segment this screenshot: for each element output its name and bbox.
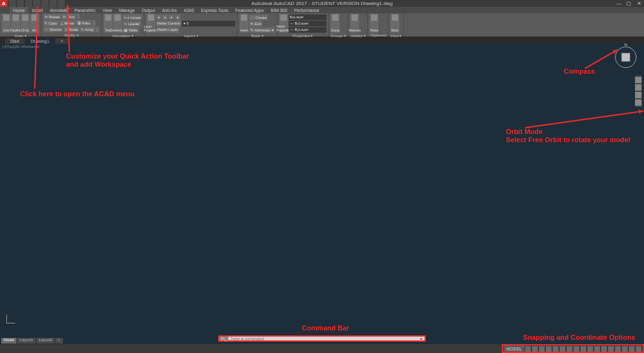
viewcube-face[interactable] — [621, 53, 630, 62]
command-line-icon[interactable]: ▷_ — [219, 337, 228, 340]
layout-tab[interactable]: Layout2 — [36, 338, 55, 344]
panel-title[interactable]: Utilities ▾ — [350, 33, 365, 38]
status-toggle-icon[interactable] — [608, 346, 614, 352]
panel-title[interactable]: Layers ▾ — [147, 33, 235, 38]
ribbon-small-button[interactable]: ✂ Trim — [62, 14, 75, 20]
property-selector[interactable]: — ByLayer — [289, 27, 326, 33]
qat-button[interactable] — [50, 0, 57, 7]
status-toggle-icon[interactable] — [539, 346, 545, 352]
ribbon-small-button[interactable]: ✎ Attributes ▾ — [249, 27, 274, 33]
view-cube[interactable]: N — [613, 44, 639, 70]
status-toggle-icon[interactable] — [574, 346, 579, 352]
viewport-label[interactable]: [-][Top][2D Wireframe] — [3, 45, 40, 48]
ribbon-small-button[interactable]: ↻ Rotate — [43, 14, 61, 20]
status-toggle-icon[interactable] — [532, 346, 538, 352]
layout-tab[interactable]: Model — [1, 338, 16, 344]
ribbon-small-button[interactable]: · — [77, 14, 80, 20]
property-selector[interactable]: ByLayer — [289, 14, 326, 20]
zoom-icon[interactable] — [635, 92, 641, 98]
ribbon-tab-annotate[interactable]: Annotate — [47, 7, 70, 13]
arc-button[interactable]: Arc — [30, 14, 39, 33]
ribbon-tab-insert[interactable]: Insert — [29, 7, 47, 13]
status-toggle-icon[interactable] — [594, 346, 600, 352]
ribbon-small-button[interactable]: △ Mirror — [59, 20, 75, 26]
ribbon-small-button[interactable]: ✎ Edit — [249, 21, 262, 26]
ribbon-small-button[interactable]: ⎘ Copy — [43, 20, 58, 26]
polyline-button[interactable]: Polyline — [11, 14, 20, 33]
match-properties-button[interactable]: Match Properties — [279, 14, 288, 33]
command-history-icon[interactable]: ▴ — [418, 336, 425, 341]
app-menu-icon[interactable]: A — [0, 0, 8, 7]
ribbon-small-button[interactable]: ⬚ Create — [249, 14, 268, 20]
status-toggle-icon[interactable] — [546, 346, 552, 352]
panel-title[interactable]: Clipboard — [370, 33, 386, 37]
group-button[interactable]: Group — [331, 14, 340, 33]
panel-title[interactable]: Annotation ▾ — [104, 33, 142, 38]
ribbon-small-button[interactable]: Match Layer — [156, 27, 179, 33]
ribbon-small-button[interactable]: · — [96, 26, 99, 32]
model-space-button[interactable]: MODEL — [504, 345, 525, 352]
orbit-icon[interactable] — [635, 99, 641, 106]
ribbon-tab-home[interactable]: Home — [10, 7, 28, 13]
circle-button[interactable]: Circle — [21, 14, 30, 33]
ribbon-small-button[interactable]: ✦ — [156, 14, 162, 20]
add-layout-button[interactable]: + — [55, 338, 63, 344]
panel-title[interactable]: View ▾ — [391, 33, 402, 38]
pan-icon[interactable] — [635, 84, 641, 91]
ribbon-tab-express-tools[interactable]: Express Tools — [198, 7, 231, 13]
status-toggle-icon[interactable] — [629, 346, 635, 352]
ribbon-tab-parametric[interactable]: Parametric — [71, 7, 99, 13]
qat-button[interactable] — [17, 0, 24, 7]
panel-title[interactable]: Groups ▾ — [331, 33, 346, 38]
ribbon-small-button[interactable]: ▦ Table — [123, 27, 139, 33]
insert-button[interactable]: Insert — [240, 14, 248, 33]
panel-title[interactable]: Block ▾ — [240, 33, 274, 38]
ribbon-tab-manage[interactable]: Manage — [116, 7, 138, 13]
status-toggle-icon[interactable] — [580, 346, 586, 352]
qat-button[interactable] — [58, 0, 65, 7]
ribbon-small-button[interactable]: ⤷ Leader — [123, 21, 141, 26]
ribbon-small-button[interactable]: · — [92, 20, 96, 26]
ribbon-tab-output[interactable]: Output — [138, 7, 158, 13]
panel-title[interactable]: Properties ▾ — [279, 33, 326, 38]
ribbon-small-button[interactable]: ✦ — [175, 14, 180, 20]
qat-button[interactable] — [33, 0, 40, 7]
command-input[interactable] — [228, 337, 418, 340]
base-button[interactable]: Base — [391, 14, 399, 33]
status-toggle-icon[interactable] — [525, 346, 531, 352]
panel-title[interactable]: Modify ▾ — [43, 32, 99, 37]
ribbon-tab-bim-360[interactable]: BIM 360 — [268, 7, 291, 13]
new-tab-button[interactable]: + — [55, 38, 68, 44]
ribbon-small-button[interactable]: ⁞⁞ Array — [80, 26, 95, 32]
status-toggle-icon[interactable] — [567, 346, 572, 352]
layout-tab[interactable]: Layout1 — [17, 338, 35, 344]
ribbon-small-button[interactable]: ⦿ Fillet — [76, 20, 91, 26]
ribbon-tab-featured-apps[interactable]: Featured Apps — [232, 7, 267, 13]
status-toggle-icon[interactable] — [587, 346, 593, 352]
qat-button[interactable] — [25, 0, 32, 7]
minimize-button[interactable]: — — [614, 0, 624, 7]
dimension-button[interactable]: Dimension — [113, 14, 122, 33]
ribbon-small-button[interactable]: Make Current — [156, 21, 181, 26]
status-toggle-icon[interactable] — [601, 346, 607, 352]
ucs-icon[interactable] — [4, 315, 15, 326]
qat-button[interactable] — [9, 0, 16, 7]
layer-selector[interactable]: ● 0 — [182, 21, 235, 26]
status-toggle-icon[interactable] — [615, 346, 621, 352]
status-toggle-icon[interactable] — [560, 346, 565, 352]
qat-button[interactable] — [42, 0, 48, 7]
file-tab[interactable]: Start — [5, 38, 25, 44]
ribbon-tab-add-ins[interactable]: Add-ins — [158, 7, 180, 13]
nav-wheel-icon[interactable] — [635, 77, 641, 83]
status-toggle-icon[interactable] — [622, 346, 628, 352]
ribbon-tab-performance[interactable]: Performance — [291, 7, 323, 13]
ribbon-small-button[interactable]: ✦ — [162, 14, 168, 20]
ribbon-tab-view[interactable]: View — [99, 7, 115, 13]
ribbon-small-button[interactable]: ⟼ Linear — [123, 14, 142, 20]
panel-title[interactable]: Draw ▾ — [2, 33, 39, 38]
ribbon-small-button[interactable]: ↔ Stretch — [43, 26, 63, 32]
maximize-button[interactable]: ▢ — [624, 0, 634, 7]
close-button[interactable]: ✕ — [634, 0, 644, 7]
drawing-canvas[interactable]: [-][Top][2D Wireframe] N — [0, 44, 644, 344]
ribbon-tab-a360[interactable]: A360 — [180, 7, 197, 13]
